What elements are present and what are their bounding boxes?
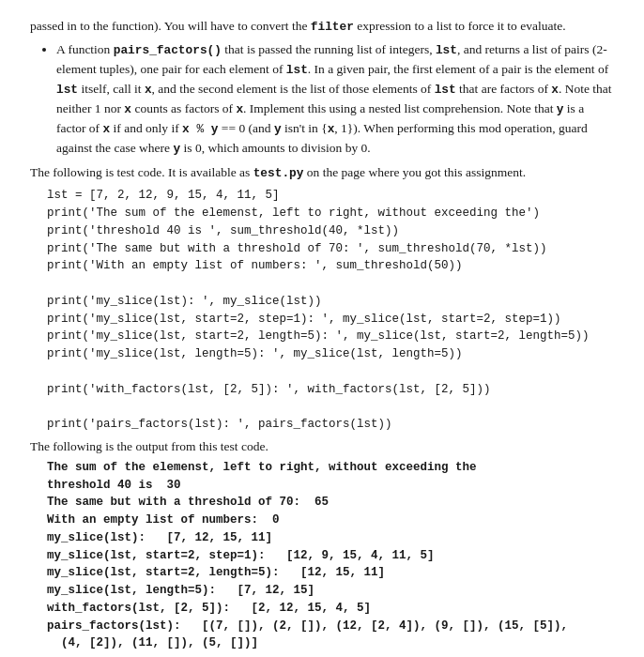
- code-line: print('my_slice(lst, length=5): ', my_sl…: [47, 345, 614, 363]
- code-line: print('The same but with a threshold of …: [47, 240, 614, 258]
- code-block-section: lst = [7, 2, 12, 9, 15, 4, 11, 5]print('…: [47, 187, 614, 434]
- bullet-list: A function pairs_factors() that is passe…: [30, 40, 614, 159]
- intro-text-start: passed in to the function). You will hav…: [30, 19, 311, 33]
- x-ref2: x: [551, 83, 559, 97]
- mod-op: %: [190, 122, 211, 136]
- test-intro-text: The following is test code. It is availa…: [30, 165, 253, 179]
- bullet1-text5: , and the second element is the list of …: [152, 82, 435, 96]
- code-line: print('With an empty list of numbers: ',…: [47, 257, 614, 275]
- output-line: The sum of the elemenst, left to right, …: [47, 459, 614, 477]
- intro-text-end: expression to a list to force it to eval…: [354, 19, 566, 33]
- code-line: [47, 275, 614, 293]
- bullet1-text11: if and only if: [110, 121, 182, 135]
- lst-ref1: lst: [436, 43, 457, 57]
- output-line: pairs_factors(lst): [(7, []), (2, []), (…: [47, 618, 614, 635]
- pairs-factors-func: pairs_factors(): [114, 43, 222, 57]
- output-line: my_slice(lst): [7, 12, 15, 11]: [47, 529, 614, 547]
- code-line: print('my_slice(lst, start=2, step=1): '…: [47, 311, 614, 328]
- page-content: passed in to the function). You will hav…: [30, 17, 614, 657]
- bullet-pairs-factors: A function pairs_factors() that is passe…: [56, 40, 614, 159]
- bullet1-text8: counts as factors of: [131, 101, 236, 115]
- output-line: with_factors(lst, [2, 5]): [2, 12, 15, 4…: [47, 600, 614, 618]
- output-line: With an empty list of numbers: 0: [47, 512, 614, 529]
- output-line: threshold 40 is 30: [47, 477, 614, 495]
- bullet1-text4: itself, call it: [78, 82, 145, 96]
- output-line: my_slice(lst, start=2, step=1): [12, 9, …: [47, 547, 614, 565]
- x-ref4: x: [236, 102, 243, 116]
- x-ref1: x: [145, 83, 152, 97]
- bullet1-text15: is 0, which amounts to division by 0.: [180, 141, 371, 155]
- lst-ref2: lst: [286, 63, 308, 77]
- test-intro-paragraph: The following is test code. It is availa…: [30, 163, 614, 183]
- x-ref3: x: [124, 102, 131, 116]
- bullet1-text13: isn't in {: [282, 121, 328, 135]
- x-ref6: x: [182, 122, 190, 136]
- code-line: print('my_slice(lst, start=2, length=5):…: [47, 328, 614, 345]
- code-line: [47, 363, 614, 381]
- bullet1-text12: == 0 (and: [218, 121, 273, 135]
- output-block-section: The sum of the elemenst, left to right, …: [47, 459, 614, 652]
- intro-paragraph: passed in to the function). You will hav…: [30, 17, 614, 37]
- output-intro-text: The following is the output from this te…: [30, 439, 268, 453]
- bullet1-start: A function: [56, 42, 114, 56]
- bullet1-text3: . In a given pair, the first element of …: [308, 62, 608, 76]
- code-line: [47, 398, 614, 416]
- filter-bold: filter: [311, 20, 354, 34]
- lst-ref3: lst: [56, 83, 78, 97]
- test-intro-end: on the page where you got this assignmen…: [303, 165, 526, 179]
- test-file-ref: test.py: [253, 166, 304, 180]
- code-line: print('pairs_factors(lst): ', pairs_fact…: [47, 416, 614, 434]
- lst-ref4: lst: [435, 83, 456, 97]
- bullet1-text9: . Implement this using a nested list com…: [243, 101, 557, 115]
- code-line: print('threshold 40 is ', sum_threshold(…: [47, 222, 614, 240]
- code-line: print('my_slice(lst): ', my_slice(lst)): [47, 293, 614, 311]
- bullet1-text1: that is passed the running list of integ…: [222, 42, 436, 56]
- output-line: my_slice(lst, length=5): [7, 12, 15]: [47, 582, 614, 600]
- output-line: (4, [2]), (11, []), (5, [])]: [47, 634, 614, 652]
- code-line: print('with_factors(lst, [2, 5]): ', wit…: [47, 381, 614, 399]
- y-ref4: y: [173, 142, 180, 156]
- y-ref3: y: [274, 122, 282, 136]
- output-line: The same but with a threshold of 70: 65: [47, 494, 614, 512]
- code-line: print('The sum of the elemenst, left to …: [47, 205, 614, 222]
- output-line: my_slice(lst, start=2, length=5): [12, 1…: [47, 564, 614, 582]
- output-intro-paragraph: The following is the output from this te…: [30, 437, 614, 457]
- bullet1-text6: that are factors of: [456, 82, 552, 96]
- code-line: lst = [7, 2, 12, 9, 15, 4, 11, 5]: [47, 187, 614, 205]
